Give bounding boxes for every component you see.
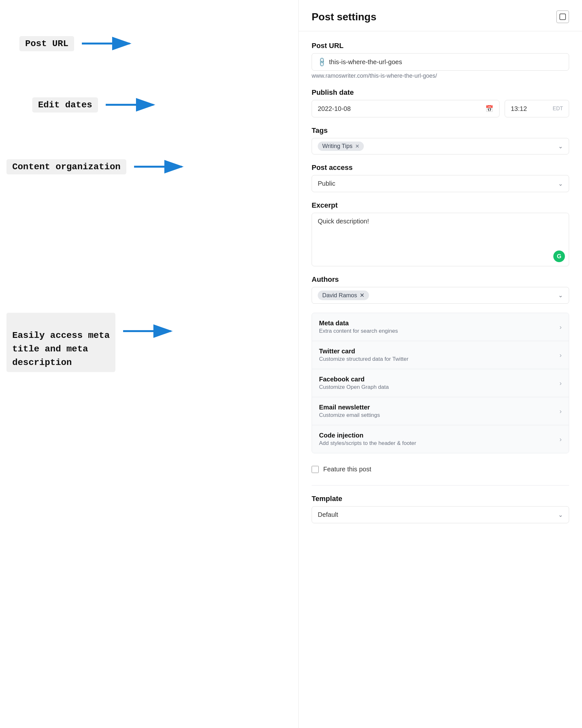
divider <box>312 485 569 486</box>
template-value: Default <box>318 511 338 518</box>
section-chevron-email-newsletter: › <box>559 408 562 415</box>
feature-post-label: Feature this post <box>323 466 371 473</box>
feature-post-row: Feature this post <box>312 462 569 476</box>
section-item-twitter-card-title: Twitter card <box>319 347 559 355</box>
template-label: Template <box>312 495 569 503</box>
section-chevron-facebook-card: › <box>559 380 562 387</box>
template-select[interactable]: Default ⌄ <box>312 506 569 523</box>
section-item-code-injection-text: Code injection Add styles/scripts to the… <box>319 432 559 446</box>
annotation-label-meta-access: Easily access meta title and meta descri… <box>6 313 115 372</box>
authors-input[interactable]: David Ramos ✕ ⌄ <box>312 287 569 304</box>
section-item-email-newsletter-text: Email newsletter Customize email setting… <box>319 404 559 418</box>
annotation-customize-url: Post URL <box>19 35 133 52</box>
section-item-email-newsletter[interactable]: Email newsletter Customize email setting… <box>312 397 569 425</box>
author-chip-david-ramos: David Ramos ✕ <box>318 290 369 300</box>
section-item-facebook-card-text: Facebook card Customize Open Graph data <box>319 375 559 390</box>
tag-chip-label: Writing Tips <box>322 143 352 150</box>
tag-remove-button[interactable]: ✕ <box>355 143 359 149</box>
post-settings-panel: Post settings Post URL 🔗 www.ramoswriter… <box>298 0 582 728</box>
tag-chip-writing-tips: Writing Tips ✕ <box>318 141 364 151</box>
annotation-edit-dates: Edit dates <box>32 96 157 113</box>
section-item-code-injection-title: Code injection <box>319 432 559 439</box>
publish-date-label: Publish date <box>312 88 569 97</box>
svg-rect-8 <box>560 14 565 20</box>
arrow-customize-url <box>82 35 133 52</box>
panel-title: Post settings <box>312 11 376 23</box>
section-item-code-injection[interactable]: Code injection Add styles/scripts to the… <box>312 425 569 453</box>
left-annotation-panel: Post URL Edit dates <box>0 0 298 728</box>
post-url-hint: www.ramoswriter.com/this-is-where-the-ur… <box>312 73 569 79</box>
section-item-facebook-card-title: Facebook card <box>319 375 559 383</box>
arrow-meta-access <box>123 322 175 340</box>
excerpt-group: Excerpt Quick description! G <box>312 201 569 266</box>
excerpt-container: Quick description! G <box>312 213 569 266</box>
section-item-facebook-card-desc: Customize Open Graph data <box>319 384 559 390</box>
section-item-meta-data-desc: Extra content for search engines <box>319 328 559 334</box>
excerpt-label: Excerpt <box>312 201 569 210</box>
date-input[interactable]: 2022-10-08 📅 <box>312 100 500 118</box>
date-value: 2022-10-08 <box>318 105 351 112</box>
date-time-row: 2022-10-08 📅 13:12 EDT <box>312 100 569 118</box>
post-url-group: Post URL 🔗 www.ramoswriter.com/this-is-w… <box>312 42 569 79</box>
post-url-input[interactable] <box>329 58 563 66</box>
section-chevron-meta-data: › <box>559 323 562 331</box>
section-item-code-injection-desc: Add styles/scripts to the header & foote… <box>319 440 559 446</box>
tags-chips: Writing Tips ✕ <box>318 141 364 151</box>
post-url-label: Post URL <box>312 42 569 50</box>
link-icon: 🔗 <box>316 56 327 68</box>
author-remove-button[interactable]: ✕ <box>360 292 365 299</box>
tags-chevron-icon: ⌄ <box>558 143 563 150</box>
section-item-twitter-card[interactable]: Twitter card Customize structured data f… <box>312 341 569 369</box>
feature-post-checkbox[interactable] <box>312 466 319 473</box>
timezone-label: EDT <box>553 106 563 111</box>
annotation-content-org: Content organization <box>6 158 186 175</box>
tags-group: Tags Writing Tips ✕ ⌄ <box>312 126 569 154</box>
arrow-edit-dates <box>106 96 157 113</box>
time-value: 13:12 <box>511 105 527 112</box>
template-chevron-icon: ⌄ <box>558 511 563 518</box>
authors-chevron-icon: ⌄ <box>558 292 563 299</box>
close-icon <box>559 14 566 20</box>
panel-header: Post settings <box>299 0 582 31</box>
section-item-twitter-card-text: Twitter card Customize structured data f… <box>319 347 559 362</box>
tags-label: Tags <box>312 126 569 135</box>
annotation-meta-access: Easily access meta title and meta descri… <box>6 313 175 372</box>
authors-group: Authors David Ramos ✕ ⌄ <box>312 275 569 304</box>
section-item-meta-data-text: Meta data Extra content for search engin… <box>319 319 559 334</box>
template-group: Template Default ⌄ <box>312 495 569 523</box>
panel-close-button[interactable] <box>556 10 569 23</box>
post-access-select[interactable]: Public ⌄ <box>312 175 569 192</box>
grammarly-badge: G <box>553 251 565 262</box>
post-access-value: Public <box>318 180 335 187</box>
post-access-label: Post access <box>312 163 569 172</box>
time-input[interactable]: 13:12 EDT <box>505 100 569 118</box>
excerpt-textarea[interactable]: Quick description! <box>312 213 569 265</box>
section-item-facebook-card[interactable]: Facebook card Customize Open Graph data … <box>312 369 569 397</box>
tags-input[interactable]: Writing Tips ✕ ⌄ <box>312 138 569 154</box>
panel-body: Post URL 🔗 www.ramoswriter.com/this-is-w… <box>299 31 582 543</box>
arrow-content-org <box>134 158 186 175</box>
section-item-meta-data[interactable]: Meta data Extra content for search engin… <box>312 313 569 341</box>
authors-chips: David Ramos ✕ <box>318 290 369 300</box>
calendar-icon: 📅 <box>485 105 493 112</box>
post-access-chevron-icon: ⌄ <box>558 180 563 187</box>
section-chevron-code-injection: › <box>559 436 562 443</box>
post-url-input-container[interactable]: 🔗 <box>312 53 569 71</box>
annotation-label-edit-dates: Edit dates <box>32 97 98 112</box>
section-item-twitter-card-desc: Customize structured data for Twitter <box>319 356 559 362</box>
post-access-group: Post access Public ⌄ <box>312 163 569 192</box>
section-item-email-newsletter-title: Email newsletter <box>319 404 559 411</box>
annotation-label-content-org: Content organization <box>6 159 126 175</box>
expandable-sections-list: Meta data Extra content for search engin… <box>312 313 569 453</box>
authors-label: Authors <box>312 275 569 284</box>
author-chip-label: David Ramos <box>322 292 357 299</box>
section-item-meta-data-title: Meta data <box>319 319 559 327</box>
section-chevron-twitter-card: › <box>559 352 562 359</box>
annotation-label-customize-url: Post URL <box>19 36 74 51</box>
publish-date-group: Publish date 2022-10-08 📅 13:12 EDT <box>312 88 569 118</box>
section-item-email-newsletter-desc: Customize email settings <box>319 412 559 418</box>
